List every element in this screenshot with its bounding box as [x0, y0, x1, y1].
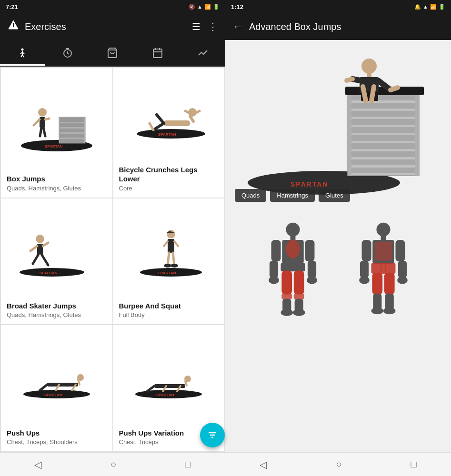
svg-point-40: [36, 235, 44, 243]
svg-line-51: [164, 241, 168, 246]
left-top-bar: Exercises ☰ ⋮: [0, 13, 225, 40]
right-panel: 1:12 🔔 ▲ 📶 🔋 ← Advanced Box Jumps SPARTA…: [225, 0, 451, 476]
svg-text:SPARTAN: SPARTAN: [291, 180, 329, 188]
svg-rect-83: [349, 127, 418, 133]
more-icon[interactable]: ⋮: [208, 21, 218, 32]
exercise-image-broad-skater: SPARTAN: [7, 204, 107, 298]
left-page-title: Exercises: [25, 21, 186, 32]
svg-line-36: [150, 123, 153, 130]
svg-line-53: [168, 253, 169, 265]
svg-rect-116: [294, 293, 304, 300]
right-page-title: Advanced Box Jumps: [249, 21, 341, 32]
svg-point-129: [397, 276, 408, 284]
svg-rect-85: [349, 143, 418, 149]
svg-text:SPARTAN: SPARTAN: [44, 393, 62, 397]
filter-fab[interactable]: [200, 423, 225, 447]
exercise-muscles-pushup1: Chest, Triceps, Shoulders: [7, 438, 107, 446]
svg-line-69: [185, 381, 187, 386]
exercise-card-pushup1[interactable]: SPARTAN Push Ups Chest, Triceps, Shoulde…: [1, 325, 112, 451]
recents-nav-btn[interactable]: □: [174, 455, 202, 474]
svg-rect-109: [308, 261, 316, 278]
svg-rect-82: [349, 119, 418, 125]
svg-rect-93: [367, 73, 371, 77]
svg-line-42: [30, 246, 37, 251]
signal-icon: 📶: [204, 4, 211, 10]
left-bottom-nav: ◁ ○ □: [0, 452, 225, 476]
svg-line-54: [173, 253, 174, 265]
right-recents-nav-btn[interactable]: □: [399, 455, 428, 474]
svg-rect-126: [360, 261, 369, 278]
battery-icon: 🔋: [213, 4, 220, 10]
exercise-name-bicycle-crunches: Bicycle Crunches Legs Lower: [119, 165, 219, 184]
svg-point-22: [38, 108, 47, 117]
svg-rect-112: [281, 263, 305, 271]
svg-rect-124: [362, 240, 371, 261]
right-status-bar: 1:12 🔔 ▲ 📶 🔋: [225, 0, 451, 13]
tab-progress[interactable]: [180, 40, 225, 66]
right-time: 1:12: [231, 3, 243, 10]
svg-text:SPARTAN: SPARTAN: [40, 271, 58, 275]
svg-rect-18: [60, 123, 84, 127]
tab-calendar[interactable]: [135, 40, 180, 66]
svg-line-32: [190, 116, 193, 121]
svg-point-105: [286, 239, 300, 258]
back-button[interactable]: ←: [233, 20, 243, 33]
home-nav-btn[interactable]: ○: [99, 455, 128, 474]
svg-point-92: [361, 59, 377, 74]
svg-line-45: [41, 254, 48, 265]
svg-point-135: [371, 307, 383, 315]
right-bottom-nav: ◁ ○ □: [225, 452, 451, 476]
tag-glutes: Glutes: [319, 189, 350, 202]
nav-tabs: [0, 40, 225, 67]
toolbar-icons: ☰ ⋮: [192, 21, 218, 32]
svg-rect-19: [60, 129, 84, 132]
left-time: 7:21: [6, 3, 18, 10]
svg-line-26: [40, 128, 41, 136]
tab-exercises[interactable]: [0, 40, 45, 66]
svg-line-27: [43, 128, 45, 136]
svg-rect-90: [415, 92, 419, 176]
tab-shop[interactable]: [90, 40, 135, 66]
svg-line-44: [33, 254, 39, 264]
svg-rect-81: [349, 111, 418, 117]
left-status-icons: 🔇 ▲ 📶 🔋: [189, 4, 220, 10]
svg-rect-84: [349, 135, 418, 141]
svg-rect-130: [371, 263, 396, 274]
exercise-card-broad-skater[interactable]: SPARTAN Broad Skater Jumps Quads, Hamstr…: [1, 198, 112, 325]
svg-line-96: [391, 88, 398, 90]
svg-rect-114: [294, 271, 304, 295]
detail-hero: SPARTAN: [225, 40, 451, 211]
exercise-image-box-jumps: SPARTAN: [7, 73, 107, 170]
exercise-card-burpee-squat[interactable]: SPARTAN: [113, 198, 225, 325]
right-back-nav-btn[interactable]: ◁: [248, 455, 278, 474]
body-diagram-back: [345, 221, 421, 316]
svg-point-128: [359, 276, 370, 284]
right-home-nav-btn[interactable]: ○: [324, 455, 353, 474]
svg-line-101: [371, 87, 374, 101]
wifi-icon: ▲: [197, 4, 202, 10]
svg-rect-10: [153, 49, 162, 58]
right-wifi-icon: ▲: [423, 4, 428, 10]
svg-point-48: [167, 230, 175, 238]
left-panel: 7:21 🔇 ▲ 📶 🔋 Exercises ☰ ⋮: [0, 0, 225, 476]
svg-line-7: [22, 55, 24, 57]
svg-rect-108: [270, 261, 278, 278]
svg-point-2: [21, 49, 24, 51]
mute-icon: 🔇: [189, 4, 195, 10]
exercise-muscles-box-jumps: Quads, Hamstrings, Glutes: [7, 185, 107, 192]
svg-rect-115: [281, 293, 292, 300]
exercise-card-bicycle-crunches[interactable]: SPARTAN Bicycle Crunches Legs Lower Core: [113, 68, 225, 198]
svg-rect-122: [381, 236, 386, 240]
svg-rect-79: [349, 95, 418, 100]
svg-point-110: [269, 276, 279, 284]
right-battery-icon: 🔋: [439, 4, 445, 10]
back-nav-btn[interactable]: ◁: [23, 455, 53, 474]
tab-timer[interactable]: [45, 40, 90, 66]
exercise-card-box-jumps[interactable]: SPARTAN Box Jumps: [1, 68, 112, 198]
exercise-name-burpee-squat: Burpee And Squat: [119, 301, 219, 311]
list-icon[interactable]: ☰: [192, 21, 200, 32]
right-signal-icon: 📶: [430, 4, 437, 10]
exercise-name-box-jumps: Box Jumps: [7, 174, 107, 184]
exercise-muscles-burpee-squat: Full Body: [119, 311, 219, 318]
svg-point-119: [281, 309, 293, 316]
